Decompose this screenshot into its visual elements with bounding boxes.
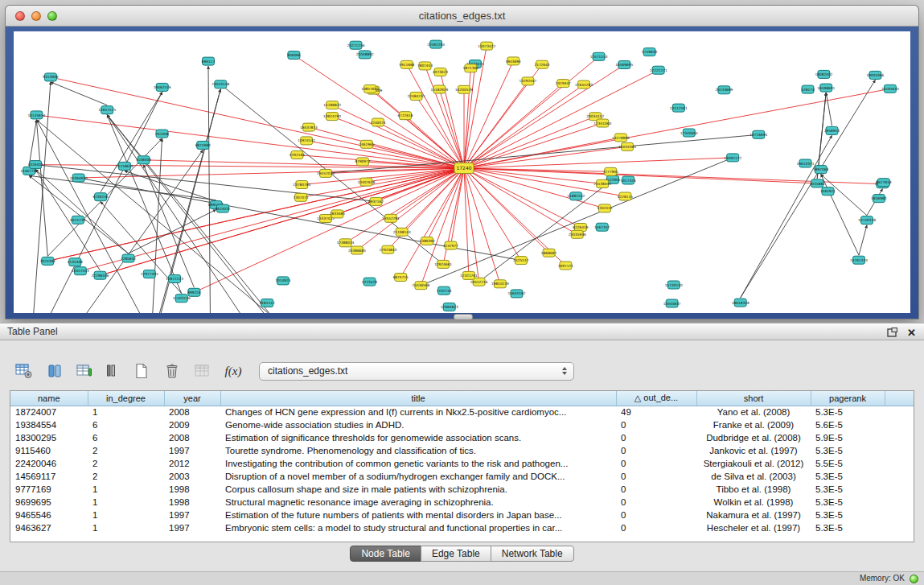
cell-out_degree[interactable]: 0 <box>616 457 696 470</box>
cell-short[interactable]: Jankovic et al. (1997) <box>696 444 811 457</box>
cell-short[interactable]: Nakamura et al. (1997) <box>696 509 811 521</box>
cell-title[interactable]: Changes of HCN gene expression and I(f) … <box>220 406 616 418</box>
cell-title[interactable]: Embryonic stem cells: a model to study s… <box>220 521 616 534</box>
column-header-name[interactable]: name <box>10 391 88 406</box>
cell-title[interactable]: Investigating the contribution of common… <box>220 457 616 470</box>
cell-out_degree[interactable]: 0 <box>616 418 696 431</box>
import-table-button[interactable] <box>190 360 216 382</box>
graph-node-label: 5868687 <box>541 251 556 255</box>
cell-name[interactable]: 9463627 <box>10 521 88 534</box>
cell-pagerank[interactable]: 5.3E-5 <box>811 509 885 521</box>
cell-short[interactable]: Franke et al. (2009) <box>696 418 811 431</box>
cell-out_degree[interactable]: 0 <box>616 496 696 509</box>
create-column-button[interactable] <box>72 360 98 382</box>
cell-pagerank[interactable]: 5.9E-5 <box>811 431 885 444</box>
cell-out_degree[interactable]: 0 <box>616 431 696 444</box>
cell-title[interactable]: Tourette syndrome. Phenomenology and cla… <box>220 444 616 457</box>
cell-year[interactable]: 2008 <box>164 431 220 444</box>
show-columns-button[interactable] <box>42 360 68 382</box>
cell-name[interactable]: 18300295 <box>10 431 88 444</box>
cell-year[interactable]: 1997 <box>164 521 220 534</box>
cell-filler <box>885 470 914 483</box>
cell-in_degree[interactable]: 1 <box>88 496 164 509</box>
cell-name[interactable]: 22420046 <box>10 457 88 470</box>
cell-title[interactable]: Estimation of the future numbers of pati… <box>220 509 616 521</box>
column-header-year[interactable]: year <box>164 391 220 406</box>
cell-in_degree[interactable]: 1 <box>88 509 164 521</box>
table-selector-dropdown[interactable]: citations_edges.txt <box>259 362 574 381</box>
cell-in_degree[interactable]: 1 <box>88 521 164 534</box>
tab-node-table[interactable]: Node Table <box>350 546 421 562</box>
zoom-window-button[interactable] <box>47 11 57 21</box>
cell-in_degree[interactable]: 1 <box>88 483 164 496</box>
window-resize-handle[interactable] <box>454 314 473 320</box>
cell-title[interactable]: Corpus callosum shape and size in male p… <box>220 483 616 496</box>
cell-name[interactable]: 9777169 <box>10 483 88 496</box>
cell-pagerank[interactable]: 5.3E-5 <box>811 521 885 534</box>
cell-name[interactable]: 14569117 <box>10 470 88 483</box>
cell-short[interactable]: Tibbo et al. (1998) <box>696 483 811 496</box>
cell-pagerank[interactable]: 5.3E-5 <box>811 444 885 457</box>
cell-title[interactable]: Genome-wide association studies in ADHD. <box>220 418 616 431</box>
cell-name[interactable]: 9115460 <box>10 444 88 457</box>
cell-in_degree[interactable]: 1 <box>88 406 164 418</box>
cell-in_degree[interactable]: 2 <box>88 444 164 457</box>
cell-short[interactable]: Dudbridge et al. (2008) <box>696 431 811 444</box>
column-header-short[interactable]: short <box>696 391 811 406</box>
row-selection-button[interactable] <box>98 360 124 382</box>
cell-out_degree[interactable]: 0 <box>616 521 696 534</box>
cell-in_degree[interactable]: 2 <box>88 457 164 470</box>
cell-out_degree[interactable]: 0 <box>616 509 696 521</box>
cell-out_degree[interactable]: 49 <box>616 406 696 418</box>
cell-year[interactable]: 1997 <box>164 509 220 521</box>
cell-name[interactable]: 18724007 <box>10 406 88 418</box>
cell-year[interactable]: 2009 <box>164 418 220 431</box>
cell-in_degree[interactable]: 6 <box>88 431 164 444</box>
cell-short[interactable]: Yano et al. (2008) <box>696 406 811 418</box>
cell-short[interactable]: Hescheler et al. (1997) <box>696 521 811 534</box>
cell-title[interactable]: Estimation of significance thresholds fo… <box>220 431 616 444</box>
cell-in_degree[interactable]: 6 <box>88 418 164 431</box>
function-builder-button[interactable]: f(x) <box>220 360 246 382</box>
new-table-button[interactable] <box>129 360 154 382</box>
cell-pagerank[interactable]: 5.6E-5 <box>811 418 885 431</box>
cell-pagerank[interactable]: 5.5E-5 <box>811 457 885 470</box>
tab-edge-table[interactable]: Edge Table <box>421 546 491 562</box>
cell-year[interactable]: 2003 <box>164 470 220 483</box>
float-panel-icon[interactable] <box>887 326 897 340</box>
column-header-out_degree[interactable]: △ out_de... <box>616 391 696 406</box>
cell-in_degree[interactable]: 2 <box>88 470 164 483</box>
cell-short[interactable]: de Silva et al. (2003) <box>696 470 811 483</box>
cell-year[interactable]: 2012 <box>164 457 220 470</box>
cell-name[interactable]: 19384554 <box>10 418 88 431</box>
cell-name[interactable]: 9699695 <box>10 496 88 509</box>
column-header-title[interactable]: title <box>220 391 616 406</box>
cell-short[interactable]: Wolkin et al. (1998) <box>696 496 811 509</box>
close-window-button[interactable] <box>15 11 25 21</box>
cell-year[interactable]: 1997 <box>164 444 220 457</box>
cell-short[interactable]: Stergiakouli et al. (2012) <box>696 457 811 470</box>
cell-title[interactable]: Disruption of a novel member of a sodium… <box>220 470 616 483</box>
cell-year[interactable]: 1998 <box>164 496 220 509</box>
delete-table-button[interactable] <box>159 360 185 382</box>
cell-pagerank[interactable]: 5.3E-5 <box>811 496 885 509</box>
cell-out_degree[interactable]: 0 <box>616 470 696 483</box>
close-panel-icon[interactable]: ✕ <box>907 328 916 339</box>
column-header-pagerank[interactable]: pagerank <box>811 391 885 406</box>
cell-pagerank[interactable]: 5.3E-5 <box>811 483 885 496</box>
cell-pagerank[interactable]: 5.3E-5 <box>811 470 885 483</box>
cell-title[interactable]: Structural magnetic resonance image aver… <box>220 496 616 509</box>
cell-pagerank[interactable]: 5.3E-5 <box>811 406 885 418</box>
minimize-window-button[interactable] <box>31 11 41 21</box>
cell-out_degree[interactable]: 0 <box>616 483 696 496</box>
cell-name[interactable]: 9465546 <box>10 509 88 521</box>
cell-year[interactable]: 1998 <box>164 483 220 496</box>
cell-year[interactable]: 2008 <box>164 406 220 418</box>
network-canvas[interactable]: 8995142101356549314909240431581797740541… <box>14 31 910 313</box>
table-mode-button[interactable] <box>11 360 37 382</box>
window-titlebar[interactable]: citations_edges.txt <box>6 6 918 27</box>
graph-edge <box>107 115 182 294</box>
column-header-in_degree[interactable]: in_degree <box>88 391 164 406</box>
tab-network-table[interactable]: Network Table <box>491 546 574 562</box>
cell-out_degree[interactable]: 0 <box>616 444 696 457</box>
